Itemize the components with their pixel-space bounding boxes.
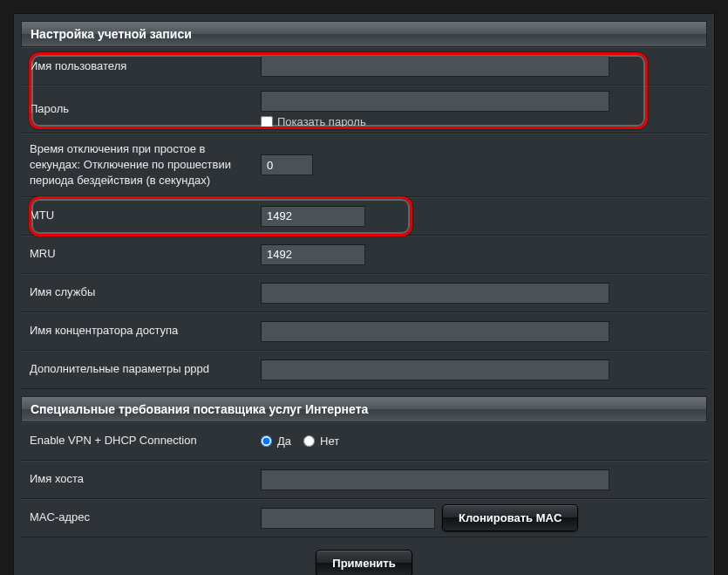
hostname-input[interactable]: [261, 469, 609, 490]
row-idle-timeout: Время отключения при простое в секундах:…: [21, 133, 707, 197]
idle-label: Время отключения при простое в секундах:…: [21, 134, 252, 196]
row-vpn-dhcp: Enable VPN + DHCP Connection Да Нет: [21, 422, 707, 461]
show-password-checkbox[interactable]: [261, 116, 273, 128]
concentrator-input[interactable]: [261, 321, 609, 342]
row-mtu: MTU: [21, 197, 707, 236]
vpn-label: Enable VPN + DHCP Connection: [21, 426, 252, 455]
apply-button[interactable]: Применить: [316, 550, 412, 575]
row-hostname: Имя хоста: [21, 461, 707, 499]
row-mac: MAC-адрес Клонировать MAC: [21, 499, 707, 537]
username-input[interactable]: [261, 56, 609, 77]
concentrator-label: Имя концентратора доступа: [21, 316, 252, 346]
show-password-label[interactable]: Показать пароль: [277, 115, 366, 128]
hostname-label: Имя хоста: [21, 464, 252, 494]
section-account-header: Настройка учетной записи: [21, 21, 707, 47]
row-service: Имя службы: [21, 274, 707, 312]
mtu-input[interactable]: [261, 206, 365, 227]
password-input[interactable]: [261, 91, 609, 112]
row-password: Пароль Показать пароль: [21, 86, 707, 133]
vpn-no-option[interactable]: Нет: [303, 435, 339, 448]
vpn-yes-radio[interactable]: [261, 435, 272, 447]
row-mru: MRU: [21, 236, 707, 274]
mac-label: MAC-адрес: [21, 503, 252, 532]
row-concentrator: Имя концентратора доступа: [21, 312, 707, 351]
idle-input[interactable]: [261, 154, 313, 175]
pppd-label: Дополнительные параметры pppd: [21, 354, 252, 384]
service-input[interactable]: [261, 283, 609, 304]
row-username: Имя пользователя: [21, 47, 707, 86]
section-isp-header: Специальные требования поставщика услуг …: [21, 396, 707, 422]
password-label: Пароль: [21, 94, 252, 124]
mru-label: MRU: [21, 239, 252, 269]
vpn-yes-option[interactable]: Да: [261, 435, 291, 448]
service-label: Имя службы: [21, 277, 252, 307]
settings-panel: Настройка учетной записи Имя пользовател…: [13, 13, 715, 575]
vpn-no-label: Нет: [320, 435, 339, 448]
mru-input[interactable]: [261, 244, 365, 265]
vpn-no-radio[interactable]: [303, 435, 315, 447]
mac-input[interactable]: [261, 508, 435, 529]
pppd-input[interactable]: [261, 359, 609, 380]
clone-mac-button[interactable]: Клонировать MAC: [442, 504, 578, 531]
username-label: Имя пользователя: [21, 51, 252, 81]
mtu-label: MTU: [21, 201, 252, 230]
vpn-yes-label: Да: [277, 435, 291, 448]
row-pppd: Дополнительные параметры pppd: [21, 351, 707, 389]
